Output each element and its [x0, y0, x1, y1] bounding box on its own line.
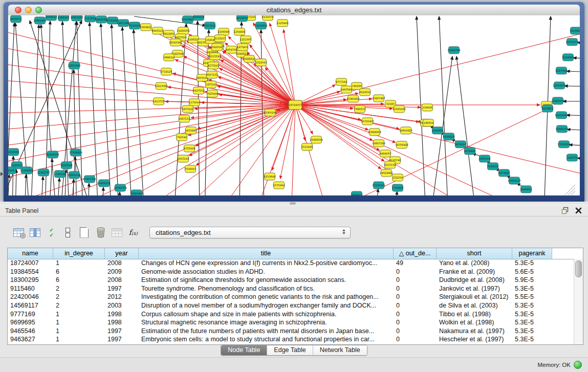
cell-year[interactable]: 1998 — [105, 310, 139, 319]
cell-name[interactable]: 9115460 — [8, 285, 53, 293]
column-header-in_degree[interactable]: in_degree — [53, 248, 105, 259]
cell-title[interactable]: Embryonic stem cells: a model to study s… — [139, 335, 394, 344]
table-row[interactable]: 1938455462009Genome-wide association stu… — [8, 268, 574, 276]
unselect-columns-icon[interactable] — [61, 226, 74, 239]
cell-out_de[interactable]: 0 — [394, 318, 437, 327]
cell-in_degree[interactable]: 6 — [53, 268, 105, 276]
table-row[interactable]: 1830029562008Estimation of significance … — [8, 276, 574, 285]
cell-pagerank[interactable]: 5.3E-5 — [512, 327, 552, 336]
cell-out_de[interactable]: 49 — [394, 259, 437, 268]
cell-year[interactable]: 2009 — [105, 268, 139, 276]
table-row[interactable]: 969969511998Structural magnetic resonanc… — [8, 318, 574, 327]
cell-out_de[interactable]: 0 — [394, 335, 437, 344]
cell-name[interactable]: 9465546 — [8, 327, 53, 336]
column-header-pagerank[interactable]: pagerank — [512, 248, 552, 259]
tab-edge-table[interactable]: Edge Table — [267, 345, 312, 355]
vertical-scrollbar[interactable] — [574, 259, 583, 344]
cell-title[interactable]: Investigating the contribution of common… — [139, 293, 394, 301]
close-panel-icon[interactable] — [575, 207, 582, 214]
cell-out_de[interactable]: 0 — [394, 268, 437, 276]
column-header-title[interactable]: title — [139, 248, 394, 259]
cell-in_degree[interactable]: 2 — [53, 285, 105, 293]
cell-short[interactable]: Dudbridge et al. (2008) — [437, 276, 512, 285]
cell-in_degree[interactable]: 1 — [53, 259, 105, 268]
cell-pagerank[interactable]: 5.3E-5 — [512, 259, 552, 268]
network-canvas[interactable]: 1872400774638228660123891295413226058982… — [8, 15, 580, 195]
cell-name[interactable]: 9463627 — [8, 335, 53, 344]
cell-name[interactable]: 19384554 — [8, 268, 53, 276]
cell-out_de[interactable]: 0 — [394, 276, 437, 285]
cell-year[interactable]: 1997 — [105, 327, 139, 336]
function-builder-icon[interactable]: f(x) — [127, 226, 140, 239]
cell-pagerank[interactable]: 5.3E-5 — [512, 285, 552, 293]
cell-in_degree[interactable]: 1 — [53, 318, 105, 327]
cell-in_degree[interactable]: 2 — [53, 301, 105, 310]
table-selector[interactable]: citations_edges.txt — [149, 227, 351, 238]
cell-title[interactable]: Tourette syndrome. Phenomenology and cla… — [139, 285, 394, 293]
cell-short[interactable]: Franke et al. (2009) — [437, 268, 512, 276]
cell-year[interactable]: 1997 — [105, 335, 139, 344]
table-row[interactable]: 911546021997Tourette syndrome. Phenomeno… — [8, 285, 574, 293]
cell-pagerank[interactable]: 5.3E-5 — [512, 301, 552, 310]
cell-pagerank[interactable]: 5.5E-5 — [512, 293, 552, 301]
cell-in_degree[interactable]: 1 — [53, 310, 105, 319]
cell-pagerank[interactable]: 5.9E-5 — [512, 276, 552, 285]
cell-name[interactable]: 9777169 — [8, 310, 53, 319]
tab-network-table[interactable]: Network Table — [313, 345, 367, 355]
cell-pagerank[interactable]: 5.3E-5 — [512, 335, 552, 344]
cell-in_degree[interactable]: 1 — [53, 327, 105, 336]
tab-node-table[interactable]: Node Table — [221, 345, 267, 355]
cell-title[interactable]: Estimation of the future numbers of pati… — [139, 327, 394, 336]
column-header-out_de[interactable]: △ out_de... — [394, 248, 437, 259]
table-row[interactable]: 1872400712008Changes of HCN gene express… — [8, 259, 574, 268]
collapsed-panel-arrow-icon[interactable] — [1, 172, 3, 176]
cell-year[interactable]: 2008 — [105, 259, 139, 268]
table-mode-icon[interactable] — [12, 226, 25, 239]
cell-in_degree[interactable]: 1 — [53, 335, 105, 344]
cell-pagerank[interactable]: 5.3E-5 — [512, 310, 552, 319]
column-header-name[interactable]: name — [8, 248, 53, 259]
cell-title[interactable]: Changes of HCN gene expression and I(f) … — [139, 259, 394, 268]
cell-title[interactable]: Structural magnetic resonance image aver… — [139, 318, 394, 327]
cell-year[interactable]: 1998 — [105, 318, 139, 327]
cell-name[interactable]: 9699695 — [8, 318, 53, 327]
cell-short[interactable]: Nakamura et al. (1997) — [437, 327, 512, 336]
cell-title[interactable]: Disruption of a novel member of a sodium… — [139, 301, 394, 310]
cell-short[interactable]: Stergiakouli et al. (2012) — [437, 293, 512, 301]
scrollbar-thumb[interactable] — [575, 260, 582, 277]
cell-out_de[interactable]: 0 — [394, 285, 437, 293]
table-row[interactable]: 946362711997Embryonic stem cells: a mode… — [8, 335, 574, 344]
float-panel-icon[interactable] — [561, 207, 569, 214]
table-row[interactable]: 977716911998Corpus callosum shape and si… — [8, 310, 574, 319]
select-columns-icon[interactable] — [29, 226, 41, 239]
cell-short[interactable]: Jankovic et al. (1997) — [437, 285, 512, 293]
cell-out_de[interactable]: 0 — [394, 327, 437, 336]
cell-short[interactable]: Wolkin et al. (1998) — [437, 318, 512, 327]
cell-short[interactable]: de Silva et al. (2003) — [437, 301, 512, 310]
zoom-window-icon[interactable] — [35, 7, 42, 13]
cell-in_degree[interactable]: 6 — [53, 276, 105, 285]
cell-short[interactable]: Hescheler et al. (1997) — [437, 335, 512, 344]
cell-in_degree[interactable]: 2 — [53, 293, 105, 301]
cell-name[interactable]: 22420046 — [8, 293, 53, 301]
table-row[interactable]: 946554611997Estimation of the future num… — [8, 327, 574, 336]
delete-table-icon[interactable] — [94, 226, 107, 239]
memory-status-icon[interactable] — [574, 361, 582, 369]
minimize-window-icon[interactable] — [25, 7, 32, 13]
cell-name[interactable]: 18724007 — [8, 259, 53, 268]
select-all-columns-icon[interactable]: ✓✓ — [45, 226, 58, 239]
new-table-icon[interactable] — [78, 226, 91, 239]
cell-short[interactable]: Tibbo et al. (1998) — [437, 310, 512, 319]
cell-short[interactable]: Yano et al. (2008) — [437, 259, 512, 268]
cell-name[interactable]: 14569117 — [8, 301, 53, 310]
cell-out_de[interactable]: 0 — [394, 310, 437, 319]
close-window-icon[interactable] — [15, 7, 21, 13]
column-header-year[interactable]: year — [105, 248, 139, 259]
table-row[interactable]: 2242004622012Investigating the contribut… — [8, 293, 574, 301]
network-window-titlebar[interactable]: citations_edges.txt — [8, 5, 580, 16]
cell-title[interactable]: Genome-wide association studies in ADHD. — [139, 268, 394, 276]
cell-pagerank[interactable]: 5.3E-5 — [512, 318, 552, 327]
cell-title[interactable]: Estimation of significance thresholds fo… — [139, 276, 394, 285]
cell-year[interactable]: 2003 — [105, 301, 139, 310]
cell-year[interactable]: 2008 — [105, 276, 139, 285]
